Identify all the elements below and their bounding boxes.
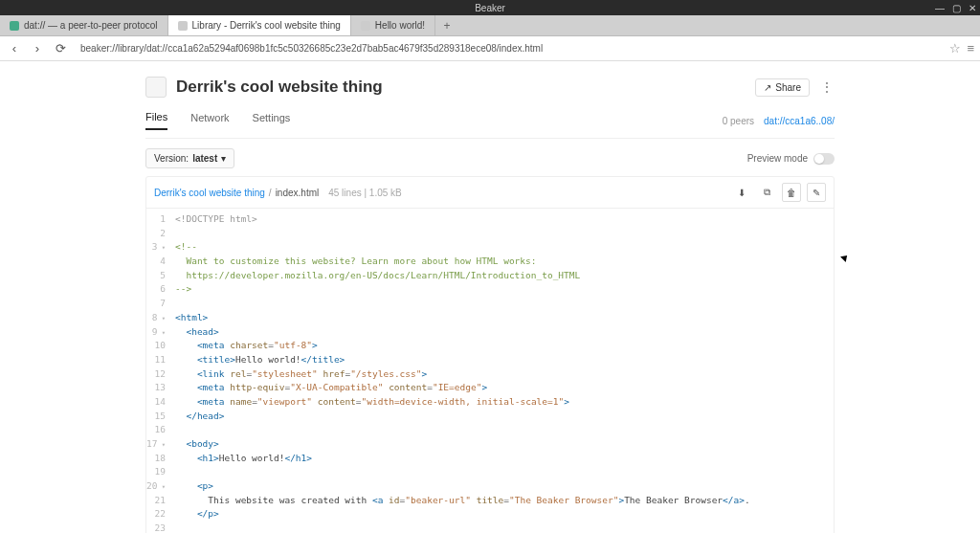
- edit-icon[interactable]: ✎: [807, 183, 826, 202]
- code-line[interactable]: </p>: [175, 507, 830, 522]
- file-header: Derrik's cool website thing / index.html…: [146, 177, 834, 209]
- code-line[interactable]: [175, 465, 830, 479]
- code-line[interactable]: This website was created with <a id="bea…: [175, 494, 830, 508]
- window-maximize-button[interactable]: ▢: [952, 3, 961, 13]
- line-number: 17: [146, 437, 166, 452]
- code-line[interactable]: [175, 522, 830, 533]
- site-title: Derrik's cool website thing: [176, 78, 746, 97]
- code-line[interactable]: <!--: [175, 240, 830, 255]
- delete-icon[interactable]: 🗑: [782, 183, 801, 202]
- browser-tab[interactable]: Library - Derrik's cool website thing: [168, 15, 351, 35]
- more-menu-button[interactable]: ⋮: [819, 80, 835, 94]
- site-favicon: [145, 77, 167, 98]
- code-line[interactable]: <body>: [175, 437, 830, 452]
- navbar: ‹ › ⟳ ☆ ≡: [0, 36, 980, 61]
- preview-toggle[interactable]: [813, 153, 835, 165]
- main-menu-button[interactable]: ≡: [967, 41, 974, 56]
- code-line[interactable]: -->: [175, 282, 830, 297]
- code-line[interactable]: <link rel="stylesheet" href="/styles.css…: [175, 367, 830, 382]
- line-number: 11: [146, 353, 166, 367]
- window-title: Beaker: [475, 3, 505, 13]
- code-line[interactable]: <meta name="viewport" content="width=dev…: [175, 395, 830, 410]
- code-line[interactable]: <html>: [175, 311, 830, 325]
- code-line[interactable]: [175, 423, 830, 437]
- window-titlebar: Beaker — ▢ ✕: [0, 0, 980, 15]
- tab-label: Library - Derrik's cool website thing: [192, 20, 341, 31]
- code-line[interactable]: <meta charset="utf-8">: [175, 339, 830, 353]
- subnav-item-network[interactable]: Network: [190, 112, 229, 129]
- peer-count: 0 peers: [723, 116, 754, 126]
- content-scroll[interactable]: ‹‹ Derrik's cool website thing ↗ Share ⋮…: [0, 61, 980, 533]
- line-number: 2: [146, 227, 166, 241]
- version-value: latest: [192, 153, 217, 164]
- reload-button[interactable]: ⟳: [52, 40, 69, 57]
- library-view: ‹‹ Derrik's cool website thing ↗ Share ⋮…: [145, 61, 835, 533]
- new-tab-button[interactable]: +: [435, 15, 458, 35]
- window-controls: — ▢ ✕: [935, 3, 976, 13]
- file-panel: Derrik's cool website thing / index.html…: [145, 176, 835, 533]
- line-number: 8: [146, 311, 166, 325]
- line-number: 15: [146, 410, 166, 424]
- code-line[interactable]: <p>: [175, 479, 830, 494]
- share-icon: ↗: [764, 82, 771, 93]
- url-input[interactable]: [75, 39, 944, 58]
- window-close-button[interactable]: ✕: [969, 3, 976, 13]
- preview-mode: Preview mode: [747, 153, 835, 165]
- line-number: 20: [146, 479, 166, 494]
- file-meta: 45 lines | 1.05 kB: [328, 188, 402, 198]
- line-number: 23: [146, 522, 166, 533]
- line-number: 22: [146, 507, 166, 522]
- tab-favicon: [361, 21, 370, 31]
- browser-tab[interactable]: dat:// — a peer-to-peer protocol: [0, 15, 168, 35]
- code-editor[interactable]: 1234567891011121314151617181920212223242…: [146, 209, 834, 533]
- line-number: 16: [146, 423, 166, 437]
- subnav-item-settings[interactable]: Settings: [253, 112, 291, 129]
- line-number: 21: [146, 494, 166, 508]
- line-gutter: 1234567891011121314151617181920212223242…: [146, 209, 171, 533]
- line-number: 6: [146, 282, 166, 297]
- line-number: 3: [146, 240, 166, 255]
- file-name: index.html: [276, 188, 320, 198]
- line-number: 14: [146, 395, 166, 410]
- line-number: 13: [146, 381, 166, 395]
- tab-label: Hello world!: [375, 20, 425, 31]
- share-label: Share: [775, 82, 801, 93]
- share-button[interactable]: ↗ Share: [755, 78, 810, 97]
- code-line[interactable]: [175, 297, 830, 311]
- browser-tab[interactable]: Hello world!: [351, 15, 435, 35]
- version-dropdown[interactable]: Version: latest ▾: [145, 148, 234, 168]
- code-line[interactable]: </head>: [175, 410, 830, 424]
- dat-url-link[interactable]: dat://cca1a6..08/: [764, 116, 835, 126]
- open-external-icon[interactable]: ⧉: [757, 183, 776, 202]
- code-line[interactable]: https://developer.mozilla.org/en-US/docs…: [175, 269, 830, 283]
- code-line[interactable]: <h1>Hello world!</h1>: [175, 452, 830, 466]
- window-minimize-button[interactable]: —: [935, 3, 945, 13]
- line-number: 5: [146, 269, 166, 283]
- line-number: 1: [146, 212, 166, 227]
- forward-button[interactable]: ›: [29, 40, 46, 57]
- tab-favicon: [10, 21, 19, 31]
- tab-favicon: [178, 21, 188, 31]
- line-number: 19: [146, 465, 166, 479]
- subnav-item-files[interactable]: Files: [145, 111, 167, 130]
- line-number: 9: [146, 325, 166, 340]
- code-line[interactable]: <title>Hello world!</title>: [175, 353, 830, 367]
- code-line[interactable]: <!DOCTYPE html>: [175, 212, 830, 227]
- code-line[interactable]: Want to customize this website? Learn mo…: [175, 255, 830, 269]
- download-icon[interactable]: ⬇: [732, 183, 751, 202]
- line-number: 10: [146, 339, 166, 353]
- code-content[interactable]: <!DOCTYPE html><!-- Want to customize th…: [171, 209, 834, 533]
- code-line[interactable]: <head>: [175, 325, 830, 340]
- line-number: 12: [146, 367, 166, 382]
- line-number: 7: [146, 297, 166, 311]
- library-subnav: FilesNetworkSettings 0 peers dat://cca1a…: [145, 103, 835, 139]
- code-line[interactable]: [175, 227, 830, 241]
- tab-strip: dat:// — a peer-to-peer protocolLibrary …: [0, 15, 980, 36]
- back-button[interactable]: ‹: [6, 40, 23, 57]
- tab-label: dat:// — a peer-to-peer protocol: [24, 20, 158, 31]
- library-header: Derrik's cool website thing ↗ Share ⋮: [145, 71, 835, 103]
- bookmark-star-icon[interactable]: ☆: [949, 41, 961, 56]
- code-line[interactable]: <meta http-equiv="X-UA-Compatible" conte…: [175, 381, 830, 395]
- file-toolbar: Version: latest ▾ Preview mode: [145, 139, 835, 176]
- breadcrumb-root[interactable]: Derrik's cool website thing: [154, 188, 265, 198]
